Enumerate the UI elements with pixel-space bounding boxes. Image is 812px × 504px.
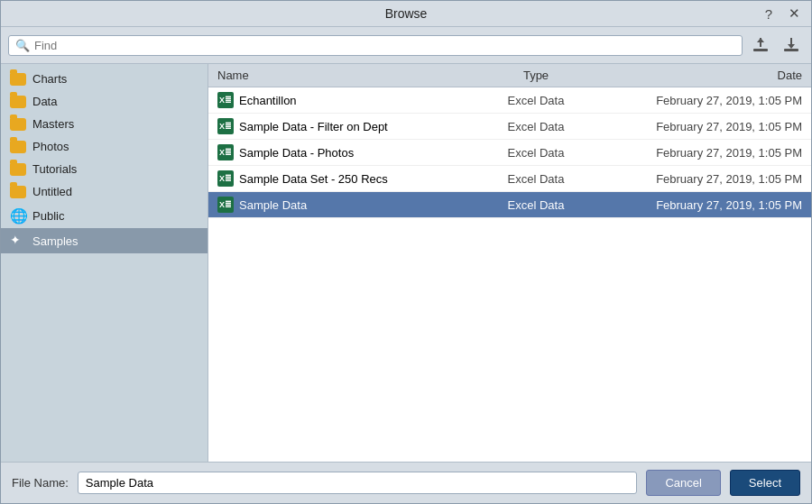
file-name-input[interactable] bbox=[78, 472, 638, 494]
sidebar-item-label: Public bbox=[32, 209, 64, 223]
file-name: Sample Data bbox=[239, 198, 307, 212]
download-button[interactable] bbox=[779, 32, 804, 58]
file-name: Sample Data - Photos bbox=[239, 146, 354, 160]
file-date: February 27, 2019, 1:05 PM bbox=[604, 198, 802, 212]
sidebar-item-public[interactable]: 🌐 Public bbox=[1, 203, 208, 228]
table-body: X≣ Echantillon Excel Data February 27, 2… bbox=[208, 87, 811, 462]
svg-rect-0 bbox=[753, 49, 768, 51]
sidebar-item-tutorials[interactable]: Tutorials bbox=[1, 158, 208, 180]
title-bar: Browse ? ✕ bbox=[1, 1, 811, 27]
svg-marker-2 bbox=[757, 38, 764, 42]
search-input[interactable] bbox=[34, 39, 735, 52]
file-date: February 27, 2019, 1:05 PM bbox=[604, 146, 802, 160]
sidebar-item-label: Charts bbox=[32, 72, 67, 86]
file-name: Sample Data - Filter on Dept bbox=[239, 120, 388, 133]
table-row[interactable]: X≣ Sample Data - Photos Excel Data Febru… bbox=[208, 140, 811, 166]
excel-icon: X≣ bbox=[217, 118, 234, 134]
samples-icon: ✦ bbox=[10, 233, 26, 249]
search-box: 🔍 bbox=[8, 35, 743, 56]
excel-icon: X≣ bbox=[217, 170, 234, 187]
file-type: Excel Data bbox=[468, 198, 604, 212]
folder-icon bbox=[10, 118, 26, 131]
help-button[interactable]: ? bbox=[759, 4, 779, 23]
sidebar-item-label: Samples bbox=[32, 234, 78, 248]
sidebar-item-samples[interactable]: ✦ Samples bbox=[1, 228, 208, 253]
table-row[interactable]: X≣ Sample Data - Filter on Dept Excel Da… bbox=[208, 114, 811, 140]
folder-icon bbox=[10, 163, 26, 176]
folder-icon bbox=[10, 186, 26, 198]
folder-icon bbox=[10, 141, 26, 153]
file-type: Excel Data bbox=[468, 146, 604, 160]
folder-icon bbox=[10, 96, 26, 108]
dialog-title: Browse bbox=[385, 6, 428, 21]
sidebar-item-label: Photos bbox=[32, 140, 69, 153]
file-name: Echantillon bbox=[239, 94, 297, 107]
upload-icon bbox=[752, 36, 770, 54]
sidebar-item-data[interactable]: Data bbox=[1, 90, 208, 113]
sidebar-item-label: Untitled bbox=[32, 185, 72, 198]
close-button[interactable]: ✕ bbox=[784, 4, 804, 23]
sidebar-item-photos[interactable]: Photos bbox=[1, 135, 208, 158]
file-name-cell: X≣ Sample Data Set - 250 Recs bbox=[217, 170, 468, 187]
svg-rect-3 bbox=[784, 49, 798, 51]
toolbar: 🔍 bbox=[1, 27, 811, 63]
column-header-name: Name bbox=[217, 69, 468, 82]
table-row[interactable]: X≣ Sample Data Excel Data February 27, 2… bbox=[208, 192, 811, 218]
sidebar-item-untitled[interactable]: Untitled bbox=[1, 180, 208, 203]
cancel-button[interactable]: Cancel bbox=[646, 470, 720, 496]
file-date: February 27, 2019, 1:05 PM bbox=[604, 120, 802, 133]
sidebar-item-label: Tutorials bbox=[32, 162, 77, 176]
table-row[interactable]: X≣ Echantillon Excel Data February 27, 2… bbox=[208, 87, 811, 114]
content-area: Name Type Date X≣ Echantillon Excel Data… bbox=[208, 64, 811, 462]
sidebar: Charts Data Masters Photos Tutorials Unt… bbox=[1, 64, 208, 462]
file-name-cell: X≣ Sample Data bbox=[217, 197, 468, 213]
excel-icon: X≣ bbox=[217, 144, 234, 160]
browse-dialog: Browse ? ✕ 🔍 bbox=[0, 0, 812, 504]
svg-marker-5 bbox=[788, 44, 795, 49]
file-type: Excel Data bbox=[468, 120, 604, 133]
file-name-cell: X≣ Sample Data - Photos bbox=[217, 144, 468, 160]
sidebar-item-charts[interactable]: Charts bbox=[1, 68, 208, 90]
select-button[interactable]: Select bbox=[730, 470, 800, 496]
excel-icon: X≣ bbox=[217, 92, 234, 108]
search-icon: 🔍 bbox=[15, 39, 30, 52]
sidebar-item-label: Masters bbox=[32, 117, 74, 131]
table-header: Name Type Date bbox=[208, 64, 811, 87]
table-row[interactable]: X≣ Sample Data Set - 250 Recs Excel Data… bbox=[208, 166, 811, 192]
bottom-bar: File Name: Cancel Select bbox=[1, 462, 811, 503]
sidebar-item-label: Data bbox=[32, 95, 57, 108]
file-date: February 27, 2019, 1:05 PM bbox=[604, 172, 802, 186]
file-name-label: File Name: bbox=[12, 476, 69, 490]
sidebar-item-masters[interactable]: Masters bbox=[1, 113, 208, 135]
file-name: Sample Data Set - 250 Recs bbox=[239, 172, 388, 186]
excel-icon: X≣ bbox=[217, 197, 234, 213]
download-icon bbox=[782, 36, 800, 54]
upload-button[interactable] bbox=[748, 32, 773, 58]
column-header-type: Type bbox=[468, 69, 604, 82]
file-type: Excel Data bbox=[468, 172, 604, 186]
main-area: Charts Data Masters Photos Tutorials Unt… bbox=[1, 63, 811, 462]
file-name-cell: X≣ Sample Data - Filter on Dept bbox=[217, 118, 468, 134]
file-name-cell: X≣ Echantillon bbox=[217, 92, 468, 108]
file-date: February 27, 2019, 1:05 PM bbox=[604, 94, 802, 107]
file-type: Excel Data bbox=[468, 94, 604, 107]
public-icon: 🌐 bbox=[10, 207, 26, 224]
folder-icon bbox=[10, 73, 26, 86]
column-header-date: Date bbox=[604, 69, 802, 82]
title-bar-controls: ? ✕ bbox=[759, 4, 804, 23]
